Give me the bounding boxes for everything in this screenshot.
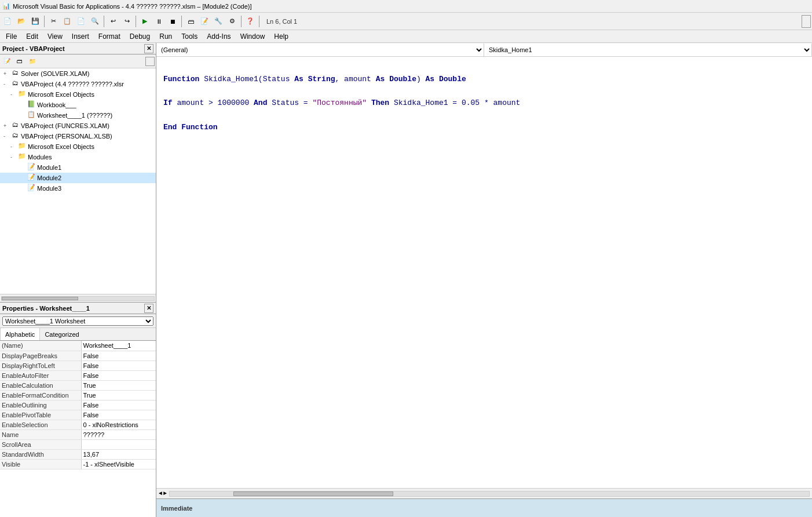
properties-close-button[interactable]: ✕: [144, 304, 153, 313]
properties-table: (Name)Worksheet____1DisplayPageBreaksFal…: [0, 341, 156, 517]
prop-name: EnablePivotTable: [0, 410, 81, 420]
expand-icon-personal: -: [3, 133, 10, 139]
toolbar-undo[interactable]: ↩: [107, 15, 119, 28]
toolbar-userform[interactable]: 🗃: [184, 15, 197, 28]
menu-help[interactable]: Help: [269, 30, 293, 43]
code-dropdown-left[interactable]: (General): [156, 43, 484, 56]
menu-window[interactable]: Window: [236, 30, 270, 43]
menu-view[interactable]: View: [43, 30, 67, 43]
toolbar-paste[interactable]: 📄: [75, 15, 87, 28]
toolbar-class[interactable]: 🔧: [212, 15, 225, 28]
prop-value[interactable]: True: [81, 390, 156, 400]
tab-categorized[interactable]: Categorized: [40, 328, 83, 340]
tree-item-modules[interactable]: - 📁 Modules: [0, 152, 156, 162]
tree-item-module2[interactable]: 📝 Module2: [0, 173, 156, 183]
tab-alphabetic[interactable]: Alphabetic: [0, 328, 40, 340]
scroll-left-icon[interactable]: ◄: [159, 490, 162, 497]
properties-selector: Worksheet____1 Worksheet: [0, 314, 156, 328]
prop-row: EnableOutliningFalse: [0, 400, 156, 410]
prop-value[interactable]: Worksheet____1: [81, 341, 156, 351]
code-dropdown-right[interactable]: Skidka_Home1: [484, 43, 812, 56]
project-toggle-folders[interactable]: 📁: [27, 56, 38, 67]
expand-icon-solver: +: [3, 71, 10, 77]
status-text: Ln 6, Col 1: [266, 18, 297, 25]
prop-row: (Name)Worksheet____1: [0, 341, 156, 351]
toolbar-scroll[interactable]: [802, 15, 811, 28]
prop-row: EnableCalculationTrue: [0, 380, 156, 390]
prop-value[interactable]: False: [81, 370, 156, 380]
toolbar-cut[interactable]: ✂: [47, 15, 60, 28]
code-editor[interactable]: Function Skidka_Home1(Status As String, …: [156, 57, 812, 488]
module1-icon: 📝: [27, 163, 36, 172]
project-view-object[interactable]: 🗃: [14, 56, 25, 67]
prop-name: EnableFormatCondition: [0, 390, 81, 400]
toolbar-find[interactable]: 🔍: [89, 15, 101, 28]
tree-item-excel-objects[interactable]: - 📁 Microsoft Excel Objects: [0, 89, 156, 100]
menu-edit[interactable]: Edit: [21, 30, 43, 43]
toolbar-run[interactable]: ▶: [138, 15, 151, 28]
prop-value[interactable]: True: [81, 380, 156, 390]
expand-icon-excel2: -: [10, 144, 17, 150]
menu-debug[interactable]: Debug: [125, 30, 155, 43]
code-hscroll-track[interactable]: [169, 491, 810, 497]
tree-item-worksheet1[interactable]: 📋 Worksheet____1 (??????): [0, 110, 156, 121]
prop-value[interactable]: [81, 439, 156, 449]
toolbar-help[interactable]: ❓: [244, 15, 257, 28]
project-view-code[interactable]: 📝: [1, 56, 13, 67]
tree-label: Module1: [37, 164, 61, 171]
tree-item-personal[interactable]: - 🗂 VBAProject (PERSONAL.XLSB): [0, 131, 156, 141]
prop-value[interactable]: False: [81, 400, 156, 410]
prop-row: EnableFormatConditionTrue: [0, 390, 156, 400]
project-tree: + 🗂 Solver (SOLVER.XLAM) - 🗂 VBAProject …: [0, 68, 156, 294]
tree-item-module3[interactable]: 📝 Module3: [0, 183, 156, 194]
prop-value[interactable]: False: [81, 410, 156, 420]
toolbar-save[interactable]: 💾: [29, 15, 42, 28]
prop-value[interactable]: 0 - xlNoRestrictions: [81, 420, 156, 429]
toolbar-pause[interactable]: ⏸: [152, 15, 165, 28]
toolbar-procedure[interactable]: ⚙: [226, 15, 239, 28]
code-hscroll-thumb: [233, 491, 393, 496]
toolbar-redo[interactable]: ↪: [120, 15, 133, 28]
prop-name: EnableCalculation: [0, 380, 81, 390]
toolbar-module[interactable]: 📝: [198, 15, 211, 28]
properties-dropdown[interactable]: Worksheet____1 Worksheet: [2, 316, 153, 326]
prop-value[interactable]: False: [81, 361, 156, 370]
project-hscroll-thumb: [2, 297, 78, 300]
project-icon-solver: 🗂: [10, 69, 20, 78]
prop-value[interactable]: -1 - xlSheetVisible: [81, 459, 156, 469]
tree-item-module1[interactable]: 📝 Module1: [0, 162, 156, 173]
app-icon: 📊: [2, 2, 10, 10]
project-icon-personal: 🗂: [10, 132, 20, 141]
scroll-right-icon[interactable]: ►: [163, 490, 167, 497]
project-panel-header: Project - VBAProject ✕: [0, 43, 156, 54]
prop-value[interactable]: ??????: [81, 429, 156, 439]
tree-label: Modules: [28, 154, 52, 161]
prop-value[interactable]: 13,67: [81, 449, 156, 459]
tree-label: Module2: [37, 174, 61, 181]
menu-format[interactable]: Format: [94, 30, 125, 43]
menu-file[interactable]: File: [1, 30, 21, 43]
menu-run[interactable]: Run: [155, 30, 177, 43]
toolbar-stop[interactable]: ⏹: [166, 15, 179, 28]
tree-item-funcres[interactable]: + 🗂 VBAProject (FUNCRES.XLAM): [0, 121, 156, 131]
project-hscroll[interactable]: [0, 294, 156, 302]
prop-value[interactable]: False: [81, 351, 156, 361]
menu-addins[interactable]: Add-Ins: [202, 30, 235, 43]
prop-name: Visible: [0, 459, 81, 469]
tree-label: VBAProject (PERSONAL.XLSB): [21, 133, 112, 140]
tree-item-vbaproject-main[interactable]: - 🗂 VBAProject (4.4 ?????? ??????.xlsr: [0, 79, 156, 89]
tree-item-workbook[interactable]: 📗 Workbook___: [0, 100, 156, 110]
toolbar-new[interactable]: 📄: [1, 15, 14, 28]
toolbar-open[interactable]: 📂: [15, 15, 28, 28]
menu-tools[interactable]: Tools: [177, 30, 202, 43]
worksheet-icon: 📋: [27, 111, 36, 120]
tree-item-excel-objects2[interactable]: - 📁 Microsoft Excel Objects: [0, 141, 156, 152]
project-close-button[interactable]: ✕: [144, 44, 153, 53]
toolbar-copy[interactable]: 📋: [61, 15, 74, 28]
project-scroll[interactable]: [145, 57, 155, 66]
tree-item-solver[interactable]: + 🗂 Solver (SOLVER.XLAM): [0, 68, 156, 79]
menu-insert[interactable]: Insert: [67, 30, 94, 43]
tree-label: Worksheet____1 (??????): [37, 112, 112, 119]
properties-title: Properties - Worksheet____1: [2, 305, 90, 312]
prop-row: Visible-1 - xlSheetVisible: [0, 459, 156, 469]
